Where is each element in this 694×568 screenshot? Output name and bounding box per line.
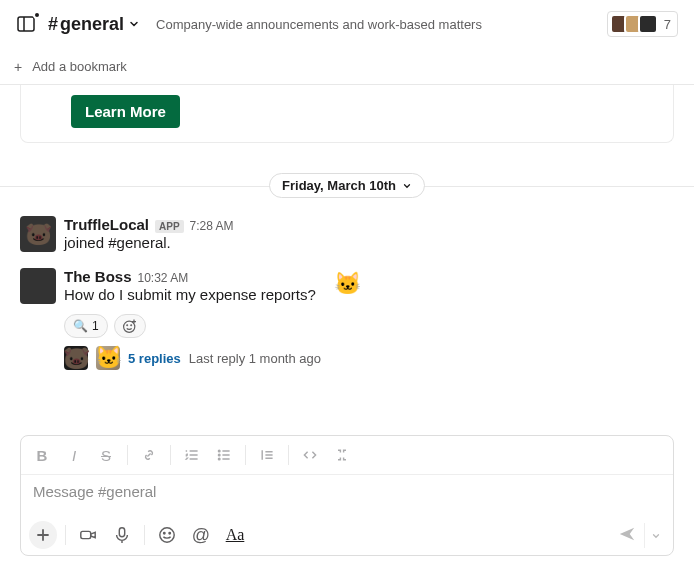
code-icon <box>302 447 318 463</box>
avatar[interactable] <box>20 216 56 252</box>
replies-link[interactable]: 5 replies <box>128 351 181 366</box>
timestamp[interactable]: 10:32 AM <box>138 271 189 285</box>
app-badge: APP <box>155 220 184 233</box>
avatar <box>96 346 120 370</box>
message: The Boss 10:32 AM How do I submit my exp… <box>0 264 694 308</box>
learn-more-button[interactable]: Learn More <box>71 95 180 128</box>
hash-icon: # <box>48 14 58 35</box>
attachment-card: Learn More <box>20 85 674 143</box>
composer: B I S Message <box>20 435 674 556</box>
code-button[interactable] <box>295 440 325 470</box>
reactions: 🔍 1 <box>64 314 694 338</box>
channel-header: # general Company-wide announcements and… <box>0 0 694 49</box>
emoji-button[interactable] <box>151 519 183 551</box>
svg-point-4 <box>130 325 131 326</box>
svg-point-5 <box>218 450 220 452</box>
microphone-icon <box>113 526 131 544</box>
blockquote-icon <box>259 447 275 463</box>
ordered-list-button[interactable] <box>177 440 207 470</box>
bold-button[interactable]: B <box>27 440 57 470</box>
svg-point-2 <box>123 321 134 332</box>
sidebar-toggle-icon[interactable] <box>16 14 36 34</box>
svg-rect-8 <box>81 531 91 538</box>
composer-actions: @ Aa <box>21 515 673 555</box>
sender-name[interactable]: TruffleLocal <box>64 216 149 233</box>
format-toolbar: B I S <box>21 436 673 475</box>
svg-point-7 <box>218 458 220 460</box>
italic-button[interactable]: I <box>59 440 89 470</box>
avatar[interactable] <box>20 268 56 304</box>
bullet-list-icon <box>216 447 232 463</box>
message: TruffleLocal APP 7:28 AM joined #general… <box>0 212 694 256</box>
thread-summary[interactable]: 5 replies Last reply 1 month ago <box>64 346 694 370</box>
at-icon: @ <box>192 525 210 546</box>
date-pill-button[interactable]: Friday, March 10th <box>269 173 425 198</box>
send-button[interactable] <box>610 521 644 550</box>
ordered-list-icon <box>184 447 200 463</box>
date-label: Friday, March 10th <box>282 178 396 193</box>
blockquote-button[interactable] <box>252 440 282 470</box>
avatar <box>638 14 658 34</box>
svg-point-3 <box>126 325 127 326</box>
attach-button[interactable] <box>27 519 59 551</box>
add-bookmark-label: Add a bookmark <box>32 59 127 74</box>
link-button[interactable] <box>134 440 164 470</box>
link-icon <box>141 447 157 463</box>
reaction-count: 1 <box>92 319 99 333</box>
audio-button[interactable] <box>106 519 138 551</box>
channel-name: general <box>60 14 124 35</box>
plus-icon <box>29 521 57 549</box>
reaction-emoji: 🔍 <box>73 319 88 333</box>
svg-point-10 <box>160 528 174 542</box>
bookmark-bar[interactable]: + Add a bookmark <box>0 49 694 85</box>
add-reaction-icon <box>122 318 138 334</box>
sender-name[interactable]: The Boss <box>64 268 132 285</box>
bullet-list-button[interactable] <box>209 440 239 470</box>
message-text: joined #general. <box>64 234 674 251</box>
reaction-pill[interactable]: 🔍 1 <box>64 314 108 338</box>
date-divider: Friday, March 10th <box>0 173 694 198</box>
svg-rect-0 <box>18 17 34 31</box>
member-count: 7 <box>664 17 671 32</box>
message-text: How do I submit my expense reports? <box>64 286 674 303</box>
chevron-down-icon <box>402 181 412 191</box>
channel-topic[interactable]: Company-wide announcements and work-base… <box>156 17 482 32</box>
video-button[interactable] <box>72 519 104 551</box>
mention-button[interactable]: @ <box>185 519 217 551</box>
timestamp[interactable]: 7:28 AM <box>190 219 234 233</box>
avatar <box>64 346 88 370</box>
send-icon <box>618 525 636 543</box>
svg-point-12 <box>169 532 170 533</box>
emoji-icon <box>158 526 176 544</box>
chevron-down-icon <box>128 18 140 30</box>
video-icon <box>79 526 97 544</box>
strikethrough-button[interactable]: S <box>91 440 121 470</box>
chevron-down-icon <box>651 531 661 541</box>
last-reply-text: Last reply 1 month ago <box>189 351 321 366</box>
plus-icon: + <box>14 59 22 75</box>
codeblock-button[interactable] <box>327 440 357 470</box>
members-button[interactable]: 7 <box>607 11 678 37</box>
add-reaction-button[interactable] <box>114 314 146 338</box>
channel-name-button[interactable]: # general <box>48 14 140 35</box>
codeblock-icon <box>334 447 350 463</box>
format-toggle-button[interactable]: Aa <box>219 519 251 551</box>
svg-point-11 <box>164 532 165 533</box>
format-icon: Aa <box>226 526 245 544</box>
attachment-card-wrap: Learn More <box>0 85 694 143</box>
svg-point-6 <box>218 454 220 456</box>
message-input[interactable]: Message #general <box>21 475 673 515</box>
svg-rect-9 <box>119 528 124 537</box>
send-options-button[interactable] <box>644 523 667 548</box>
